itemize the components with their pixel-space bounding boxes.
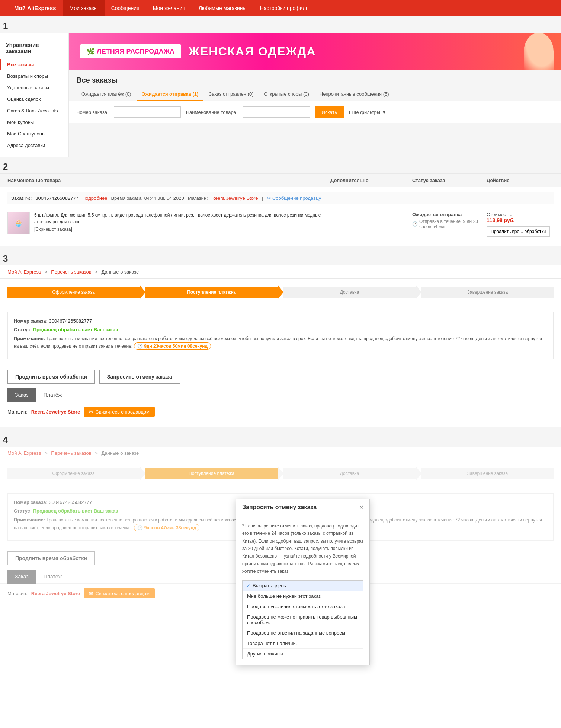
tab-payment-info[interactable]: Платёж [36, 388, 69, 402]
section-label-3: 3 [3, 250, 561, 265]
sidebar-item-returns[interactable]: Возвраты и споры [0, 70, 68, 82]
separator: | [262, 195, 263, 201]
shipping-time: 🕐 Отправка в течение: 9 дн 23 часов 54 м… [412, 219, 487, 229]
store-name-detail-link[interactable]: Reera Jewelrye Store [31, 409, 80, 415]
store-label-s4: Магазин: [7, 591, 28, 596]
nav-item-orders[interactable]: Мои заказы [63, 0, 105, 16]
progress-arrow-3-s4 [416, 466, 421, 481]
message-seller-link[interactable]: ✉ Сообщение продавцу [267, 195, 321, 201]
order-detail-section3: Мой AliExpress > Перечень заказов > Данн… [0, 265, 561, 427]
timer-badge-s4: 🕐 9часов 47мин 38секунд [134, 524, 199, 531]
sidebar-item-deals[interactable]: Оценка сделок [0, 93, 68, 105]
breadcrumb-home[interactable]: Мой AliExpress [7, 269, 41, 275]
progress-arrow-1-s4 [140, 466, 145, 481]
extend-time-button-s4: Продлить время обработки [7, 551, 95, 565]
section-label-4: 4 [3, 432, 561, 447]
search-button[interactable]: Искать [315, 106, 344, 118]
tab-order-info[interactable]: Заказ [7, 388, 36, 402]
table-header: Наименование товара Дополнительно Статус… [0, 173, 561, 187]
store-info-row: Магазин: Reera Jewelrye Store ✉ Свяжитес… [0, 402, 561, 421]
product-thumbnail: 🧁 [7, 212, 30, 234]
filter-row: Номер заказа: Наименование товара: Искат… [69, 101, 561, 123]
nav-item-wishlist[interactable]: Мои желания [146, 0, 192, 16]
banner-left-text: 🌿 ЛЕТНЯЯ РАСПРОДАЖА [80, 44, 181, 58]
tab-open-disputes[interactable]: Открытые споры (0) [259, 87, 314, 101]
cancel-option-out-of-stock[interactable]: Товара нет в наличии. [243, 638, 363, 648]
store-label: Магазин: [188, 195, 208, 201]
breadcrumb-s4: Мой AliExpress > Перечень заказов > Данн… [0, 447, 561, 460]
progress-step-complete-s4: Завершение заказа [421, 468, 554, 479]
order-content-grid: 🧁 5 шт./компл. Для женщин 5,5 см кр... в… [7, 208, 554, 240]
extend-time-button[interactable]: Продлить время обработки [7, 370, 95, 384]
sidebar-item-delivery-addresses[interactable]: Адреса доставки [0, 140, 68, 151]
modal-title: Запросить отмену заказа [242, 504, 317, 511]
contact-seller-button[interactable]: ✉ Свяжитесь с продавцом [84, 407, 155, 417]
brand-logo: Мой AliExpress [7, 0, 63, 16]
product-name-label: Наименование товара: [186, 109, 238, 115]
order-detail-tabs: Заказ Платёж [0, 388, 561, 402]
action-buttons-row: Продлить время обработки Запросить отмен… [0, 365, 561, 388]
progress-arrow-2-s4 [278, 466, 283, 481]
extend-processing-button[interactable]: Продлить вре... обработки [487, 226, 550, 237]
product-description: 5 шт./компл. Для женщин 5,5 см кр... в в… [34, 212, 330, 225]
check-icon: ✓ [246, 583, 250, 588]
section-label-2: 2 [3, 159, 561, 173]
dropdown-selected-option[interactable]: ✓ Выбрать здесь [243, 581, 363, 591]
section1-content: 🌿 ЛЕТНЯЯ РАСПРОДАЖА ЖЕНСКАЯ ОДЕЖДА Все з… [69, 33, 561, 157]
modal-close-button[interactable]: × [359, 504, 363, 511]
cancel-option-price-increase[interactable]: Продавец увеличил стоимость этого заказа [243, 601, 363, 612]
col-header-additional: Дополнительно [330, 178, 412, 183]
cancel-option-other-reasons[interactable]: Другие причины [243, 648, 363, 659]
progress-arrow-2 [278, 285, 283, 300]
breadcrumb-current-s4: Данные о заказе [102, 450, 139, 456]
more-filters-button[interactable]: Ещё фильтры ▼ [349, 109, 387, 115]
nav-item-profile-settings[interactable]: Настройки профиля [253, 0, 315, 16]
progress-arrow-1 [140, 285, 145, 300]
cancel-option-no-need[interactable]: Мне больше не нужен этот заказ [243, 591, 363, 601]
cancel-order-button[interactable]: Запросить отмену заказа [99, 370, 180, 384]
screenshot-label[interactable]: [Скриншот заказа] [34, 227, 330, 232]
cancel-option-cant-ship[interactable]: Продавец не может отправить товар выбран… [243, 612, 363, 628]
note-row: Примечание: Транспортные компании постеп… [14, 335, 547, 350]
envelope-icon-contact: ✉ [89, 409, 93, 415]
sidebar-item-coupons[interactable]: Мои купоны [0, 116, 68, 128]
breadcrumb-sep1: > [45, 269, 48, 275]
tab-awaiting-payment[interactable]: Ожидается платёж (0) [76, 87, 137, 101]
order-details-link[interactable]: Подробнее [82, 195, 107, 201]
order-number-detail-value: 3004674265082777 [49, 318, 92, 324]
product-cell: 🧁 5 шт./компл. Для женщин 5,5 см кр... в… [7, 212, 330, 234]
nav-item-messages[interactable]: Сообщения [105, 0, 146, 16]
order-number-value: 3004674265082777 [35, 195, 78, 201]
section-label-1: 1 [3, 18, 8, 33]
cost-value: 113,98 руб. [487, 217, 554, 223]
tab-order-sent[interactable]: Заказ отправлен (0) [203, 87, 259, 101]
sidebar-item-deleted-orders[interactable]: Удалённые заказы [0, 82, 68, 93]
order-number-input[interactable] [114, 106, 181, 118]
store-name-s4: Reera Jewelrye Store [31, 591, 80, 596]
tab-awaiting-shipment[interactable]: Ожидается отправка (1) [137, 87, 204, 101]
cancel-option-no-response[interactable]: Продавец не ответил на заданные вопросы. [243, 628, 363, 638]
orders-section: Наименование товара Дополнительно Статус… [0, 173, 561, 246]
sidebar-item-special-coupons[interactable]: Мои Спецкупоны [0, 128, 68, 140]
sidebar-section-title: Управление заказами [0, 39, 68, 59]
breadcrumb-sep2: > [95, 269, 98, 275]
breadcrumb-home-s4: Мой AliExpress [7, 450, 41, 456]
progress-step-payment-s4: Поступление платежа [145, 468, 278, 479]
sidebar-item-cards-bank[interactable]: Cards & Bank Accounts [0, 105, 68, 116]
breadcrumb-orders-list[interactable]: Перечень заказов [51, 269, 91, 275]
page-title: Все заказы [69, 70, 561, 87]
cancel-reason-dropdown[interactable]: ✓ Выбрать здесь Мне больше не нужен этот… [242, 580, 363, 659]
cost-label: Стоимость: [487, 212, 554, 217]
progress-step-order: Оформление заказа [7, 287, 140, 298]
progress-step-delivery-s4: Доставка [283, 468, 416, 479]
envelope-icon-s4: ✉ [89, 591, 93, 596]
modal-body: * Если вы решите отменить заказ, продаве… [236, 516, 369, 665]
tab-unread-messages[interactable]: Непрочитанные сообщения (5) [314, 87, 394, 101]
banner-right-text: ЖЕНСКАЯ ОДЕЖДА [189, 45, 316, 58]
store-name-link[interactable]: Reera Jewelrye Store [212, 195, 258, 201]
chevron-down-icon: ▼ [382, 109, 387, 115]
sidebar-item-all-orders[interactable]: Все заказы [0, 59, 68, 70]
product-name-input[interactable] [243, 106, 310, 118]
nav-item-favorite-stores[interactable]: Любимые магазины [192, 0, 253, 16]
progress-bar-s4: Оформление заказа Поступление платежа До… [0, 460, 561, 487]
